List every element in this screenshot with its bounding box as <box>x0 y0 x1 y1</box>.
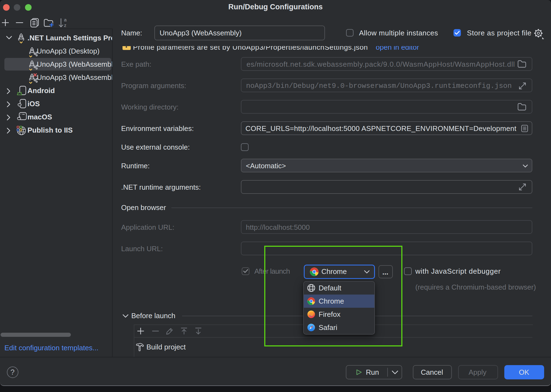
svg-text:z: z <box>64 23 66 28</box>
svg-text:a: a <box>64 18 67 23</box>
